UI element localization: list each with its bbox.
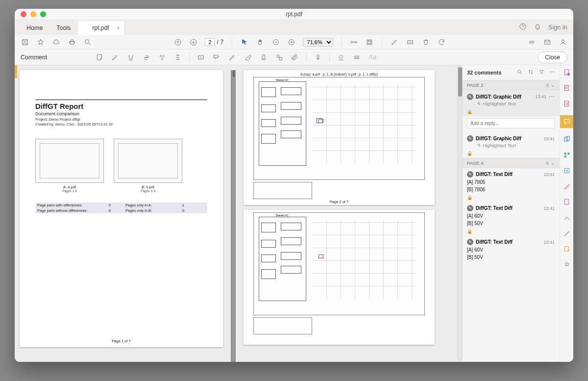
svg-rect-21	[564, 101, 568, 106]
text-format-icon[interactable]: Aa	[368, 53, 377, 62]
tab-tools[interactable]: Tools	[49, 21, 77, 35]
pencil-badge-icon	[467, 239, 473, 245]
comments-sort-icon[interactable]	[528, 69, 534, 76]
replace-text-icon[interactable]	[158, 53, 167, 62]
comment-label: Comment	[21, 54, 47, 61]
comment-item[interactable]: DiffGT: Graphic Diff13:41⋯ ✎Highlighted …	[462, 90, 560, 116]
organize-icon[interactable]	[563, 151, 571, 159]
tab-close-icon[interactable]: ×	[117, 25, 120, 31]
search-icon[interactable]	[83, 38, 92, 47]
redact-icon[interactable]	[406, 38, 415, 47]
comments-panel: 32 comments ⋯ PAGE 2 2⌄ DiffGT: Graphic …	[462, 65, 560, 362]
split-divider[interactable]	[231, 70, 236, 362]
textbox-icon[interactable]	[196, 53, 205, 62]
zoom-select[interactable]: 71,6%	[303, 38, 333, 47]
report-project: Project: Demo Project.diffgt	[35, 117, 207, 122]
redact-tool-icon[interactable]	[563, 182, 571, 191]
rotate-icon[interactable]	[437, 38, 446, 47]
svg-point-3	[85, 39, 89, 43]
save-icon[interactable]	[21, 38, 29, 47]
compress-icon[interactable]	[563, 166, 571, 175]
tab-document[interactable]: rpt.pdf ×	[78, 21, 124, 35]
eraser-icon[interactable]	[244, 53, 252, 62]
svg-rect-8	[367, 40, 371, 44]
close-window-button[interactable]	[21, 11, 26, 17]
svg-point-17	[518, 70, 521, 73]
fit-width-icon[interactable]	[349, 38, 358, 47]
sign-tool-icon[interactable]	[563, 229, 571, 238]
comments-more-icon[interactable]: ⋯	[549, 69, 555, 76]
page-up-icon[interactable]	[173, 38, 182, 47]
svg-rect-28	[564, 247, 568, 251]
color-icon[interactable]	[337, 53, 345, 62]
pencil-badge-icon	[467, 135, 473, 142]
comment-toolbar: Comment Aa Close	[15, 50, 573, 65]
help-icon[interactable]	[519, 23, 527, 32]
zoom-out-icon[interactable]	[271, 38, 280, 47]
comment-item[interactable]: DiffGT: Graphic Diff13:41 ✎Highlighted T…	[462, 132, 560, 158]
hand-icon[interactable]	[256, 38, 265, 47]
pencil-icon[interactable]	[228, 53, 237, 62]
svg-rect-26	[564, 155, 566, 157]
bell-icon[interactable]	[534, 23, 541, 32]
main-toolbar: / 7 71,6%	[15, 35, 573, 50]
comments-search-icon[interactable]	[517, 69, 523, 76]
fill-sign-icon[interactable]	[563, 213, 571, 222]
page-current-input[interactable]	[205, 38, 215, 46]
document-viewer[interactable]: DiffGT Report Document comparison Projec…	[15, 65, 462, 362]
combine-icon[interactable]	[563, 135, 571, 144]
more-tools-icon[interactable]	[563, 260, 571, 269]
stamp-icon[interactable]	[259, 53, 268, 62]
send-icon[interactable]	[563, 245, 571, 254]
strikethrough-icon[interactable]	[142, 53, 151, 62]
highlight-icon[interactable]	[111, 53, 120, 62]
svg-rect-27	[564, 199, 568, 204]
export-pdf-icon[interactable]	[563, 100, 571, 108]
minimize-window-button[interactable]	[30, 11, 36, 17]
sign-in-button[interactable]: Sign In	[548, 24, 567, 31]
underline-icon[interactable]	[126, 53, 135, 62]
create-pdf-icon[interactable]	[563, 68, 571, 77]
textcallout-icon[interactable]	[212, 53, 221, 62]
comment-item[interactable]: DiffGT: Text Diff13:41 [A] 60V [B] 50V	[462, 236, 560, 262]
star-icon[interactable]	[36, 38, 45, 47]
link-icon[interactable]	[527, 38, 536, 47]
edit-pdf-icon[interactable]	[563, 84, 571, 93]
user-icon[interactable]	[559, 38, 567, 47]
comment-more-icon[interactable]: ⋯	[549, 93, 555, 100]
pin-icon[interactable]	[314, 53, 322, 62]
highlight-tool-icon[interactable]	[390, 38, 399, 47]
section-page-4[interactable]: PAGE 4 6⌄	[462, 158, 560, 168]
line-icon[interactable]	[352, 53, 361, 62]
pencil-badge-icon	[467, 205, 473, 211]
right-tool-rail	[560, 65, 573, 362]
schematic-small-bottom	[253, 317, 312, 334]
comments-filter-icon[interactable]	[539, 69, 544, 76]
insert-text-icon[interactable]	[173, 53, 182, 62]
pointer-icon[interactable]	[240, 38, 249, 47]
zoom-in-icon[interactable]	[287, 38, 296, 47]
fit-page-icon[interactable]	[365, 38, 374, 47]
tab-home[interactable]: Home	[20, 21, 49, 35]
comment-item[interactable]: DiffGT: Text Diff13:41 [A] 60V [B] 50V 🔒	[462, 202, 560, 236]
attach-icon[interactable]	[291, 53, 299, 62]
svg-rect-24	[564, 152, 566, 154]
pencil-badge-icon	[467, 94, 473, 100]
page-down-icon[interactable]	[189, 38, 198, 47]
cloud-icon[interactable]	[52, 38, 61, 47]
mail-icon[interactable]	[543, 38, 552, 47]
trash-icon[interactable]	[421, 38, 430, 47]
comment-tool-icon[interactable]	[560, 115, 574, 128]
titlebar: rpt.pdf	[15, 9, 573, 20]
shapes-icon[interactable]	[275, 53, 284, 62]
sticky-note-icon[interactable]	[95, 53, 104, 62]
report-title: DiffGT Report	[35, 102, 207, 110]
section-page-2[interactable]: PAGE 2 2⌄	[462, 80, 560, 90]
print-icon[interactable]	[68, 38, 76, 47]
comment-item[interactable]: DiffGT: Text Diff13:41 [A] 7805 [B] 7806…	[462, 168, 560, 202]
protect-icon[interactable]	[563, 198, 571, 206]
close-panel-button[interactable]: Close	[538, 51, 567, 63]
vertical-scrollbar[interactable]	[458, 66, 463, 360]
reply-input[interactable]	[467, 118, 555, 128]
maximize-window-button[interactable]	[40, 11, 46, 17]
